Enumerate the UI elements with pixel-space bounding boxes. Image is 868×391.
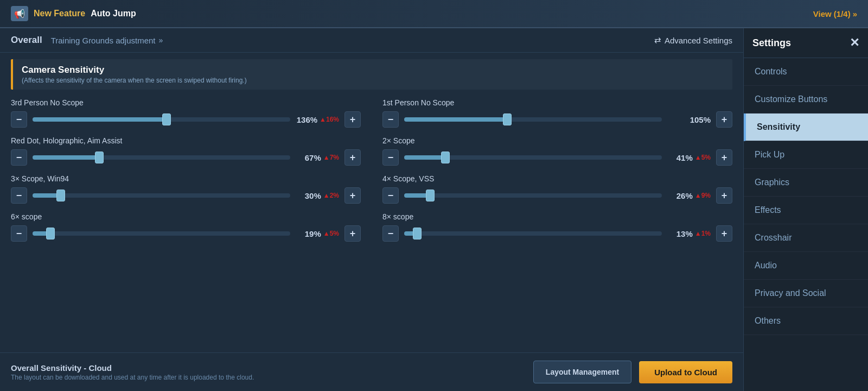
sidebar-nav: ControlsCustomize ButtonsSensitivityPick… (744, 58, 868, 391)
sidebar-item-others[interactable]: Others (744, 307, 868, 335)
slider-thumb[interactable] (46, 228, 55, 239)
slider-delta: ▲2% (323, 192, 339, 199)
slider-row: −136%▲16%+ (11, 111, 361, 128)
slider-plus-button[interactable]: + (344, 225, 361, 242)
slider-plus-button[interactable]: + (344, 187, 361, 204)
slider-track-container[interactable] (404, 227, 662, 240)
slider-value: 105% (690, 115, 711, 124)
slider-value-group: 67%▲7% (296, 153, 339, 162)
slider-thumb[interactable] (56, 190, 65, 201)
slider-value-group: 30%▲2% (296, 191, 339, 200)
sidebar-item-privacy-and-social[interactable]: Privacy and Social (744, 280, 868, 307)
slider-plus-button[interactable]: + (716, 187, 732, 204)
sidebar-item-crosshair[interactable]: Crosshair (744, 224, 868, 252)
slider-label: 4× Scope, VSS (382, 174, 732, 183)
sidebar-item-controls[interactable]: Controls (744, 58, 868, 86)
slider-plus-button[interactable]: + (716, 225, 732, 242)
slider-plus-button[interactable]: + (716, 149, 732, 166)
slider-row: −67%▲7%+ (11, 149, 361, 166)
slider-label: 2× Scope (382, 136, 732, 145)
slider-row: −41%▲5%+ (382, 149, 732, 166)
slider-track-container[interactable] (404, 113, 662, 126)
slider-item-3-scope-win94: 3× Scope, Win94−30%▲2%+ (11, 174, 361, 204)
sidebar-item-graphics[interactable]: Graphics (744, 169, 868, 197)
view-button[interactable]: View (1/4) » (813, 9, 857, 18)
slider-minus-button[interactable]: − (11, 149, 27, 166)
slider-track (33, 155, 290, 160)
advanced-settings-btn[interactable]: ⇄ Advanced Settings (654, 35, 732, 45)
sidebar-item-sensitivity[interactable]: Sensitivity (744, 113, 868, 141)
new-feature-label: New Feature (34, 9, 85, 18)
slider-item-4-scope-vss: 4× Scope, VSS−26%▲9%+ (382, 174, 732, 204)
slider-track-container[interactable] (404, 151, 662, 164)
slider-plus-button[interactable]: + (716, 111, 732, 128)
slider-track (404, 117, 662, 122)
slider-item-red-dot-holographic-aim-assist: Red Dot, Holographic, Aim Assist−67%▲7%+ (11, 136, 361, 166)
slider-plus-button[interactable]: + (344, 111, 361, 128)
sidebar-item-pick-up[interactable]: Pick Up (744, 141, 868, 169)
sidebar-header: Settings ✕ (744, 28, 868, 58)
slider-minus-button[interactable]: − (382, 149, 399, 166)
slider-track (33, 231, 290, 236)
slider-minus-button[interactable]: − (11, 187, 27, 204)
slider-thumb[interactable] (441, 152, 450, 163)
banner-left: 📢 New Feature Auto Jump (11, 6, 136, 21)
slider-row: −30%▲2%+ (11, 187, 361, 204)
slider-thumb[interactable] (426, 190, 435, 201)
tabs-row: Overall Training Grounds adjustment » ⇄ … (0, 28, 743, 53)
tab-training[interactable]: Training Grounds adjustment » (51, 36, 163, 45)
slider-plus-button[interactable]: + (344, 149, 361, 166)
sliders-icon: ⇄ (654, 35, 661, 45)
slider-thumb[interactable] (413, 228, 422, 239)
slider-track-container[interactable] (33, 227, 290, 240)
slider-item-3rd-person-no-scope: 3rd Person No Scope−136%▲16%+ (11, 98, 361, 128)
top-banner: 📢 New Feature Auto Jump View (1/4) » (0, 0, 868, 28)
slider-value: 136% (297, 115, 317, 124)
slider-label: 3rd Person No Scope (11, 98, 361, 107)
section-title: Camera Sensitivity (22, 65, 724, 75)
bottom-bar: Overall Sensitivity - Cloud The layout c… (0, 352, 743, 391)
slider-track-container[interactable] (33, 189, 290, 202)
slider-track-container[interactable] (33, 113, 290, 126)
slider-label: 6× scope (11, 212, 361, 221)
slider-track-container[interactable] (33, 151, 290, 164)
slider-track-container[interactable] (404, 189, 662, 202)
tab-overall[interactable]: Overall (11, 35, 42, 46)
slider-thumb[interactable] (95, 152, 104, 163)
slider-thumb[interactable] (162, 113, 171, 125)
slider-row: −105%+ (382, 111, 732, 128)
slider-fill (404, 117, 507, 122)
close-button[interactable]: ✕ (850, 36, 859, 50)
slider-row: −13%▲1%+ (382, 225, 732, 242)
slider-minus-button[interactable]: − (11, 225, 27, 242)
slider-minus-button[interactable]: − (382, 225, 399, 242)
slider-thumb[interactable] (503, 113, 512, 125)
slider-item-6-scope: 6× scope−19%▲5%+ (11, 212, 361, 242)
slider-value-group: 136%▲16% (296, 115, 339, 124)
slider-delta: ▲1% (695, 230, 711, 237)
slider-item-8-scope: 8× scope−13%▲1%+ (382, 212, 732, 242)
sidebar-item-effects[interactable]: Effects (744, 197, 868, 224)
slider-delta: ▲16% (320, 116, 339, 123)
camera-sensitivity-section: Camera Sensitivity (Affects the sensitiv… (11, 59, 732, 90)
sidebar-item-audio[interactable]: Audio (744, 252, 868, 280)
layout-management-button[interactable]: Layout Management (533, 361, 631, 383)
slider-fill (33, 155, 100, 160)
slider-delta: ▲5% (323, 230, 339, 237)
cloud-title: Overall Sensitivity - Cloud (11, 363, 254, 373)
slider-minus-button[interactable]: − (382, 111, 399, 128)
upload-to-cloud-button[interactable]: Upload to Cloud (639, 361, 732, 383)
sidebar-item-customize-buttons[interactable]: Customize Buttons (744, 86, 868, 113)
slider-minus-button[interactable]: − (382, 187, 399, 204)
slider-value: 26% (676, 191, 693, 200)
slider-minus-button[interactable]: − (11, 111, 27, 128)
section-subtitle: (Affects the sensitivity of the camera w… (22, 77, 724, 84)
slider-label: 8× scope (382, 212, 732, 221)
sliders-grid: 3rd Person No Scope−136%▲16%+1st Person … (11, 94, 732, 250)
slider-value-group: 19%▲5% (296, 229, 339, 238)
slider-fill (33, 117, 167, 122)
slider-track (33, 193, 290, 198)
slider-item-2-scope: 2× Scope−41%▲5%+ (382, 136, 732, 166)
slider-delta: ▲7% (323, 154, 339, 161)
slider-track (404, 231, 662, 236)
